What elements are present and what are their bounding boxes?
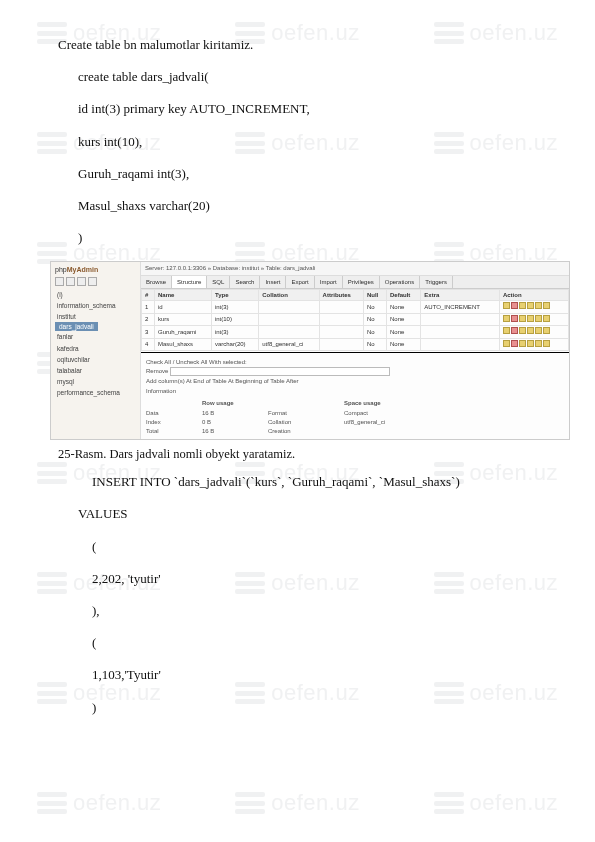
sql-line: 1,103,'Tyutir' [58,666,545,684]
col-attributes: Attributes [319,290,363,301]
home-icon [55,277,64,286]
cell [319,326,363,338]
edit-icon [503,302,510,309]
cell: varchar(20) [211,338,258,350]
cell: None [386,313,420,325]
info-label: Information [146,387,564,395]
meta-head: Space usage [344,399,444,407]
col-default: Default [386,290,420,301]
cell: None [386,326,420,338]
cell [319,313,363,325]
col-num: # [142,290,155,301]
table-row: 4 Masul_shaxs varchar(20) utf8_general_c… [142,338,569,350]
meta-cell: Creation [268,427,338,435]
tree-recent: (i) [55,289,136,300]
remove-row: Remove [146,367,564,376]
meta-cell: 16 B [202,427,262,435]
tree-table: kafedra [55,343,136,354]
tab-operations: Operations [380,276,420,288]
tab-sql: SQL [207,276,230,288]
sql-line: INSERT INTO `dars_jadvali`(`kurs`, `Guru… [58,473,545,491]
phpmyadmin-logo: phpMyAdmin [55,265,136,275]
tab-structure: Structure [172,276,207,288]
sql-icon [66,277,75,286]
more-icon [543,315,550,322]
action-cell [499,326,568,338]
tab-privileges: Privileges [343,276,380,288]
cell: utf8_general_ci [259,338,319,350]
cell [259,313,319,325]
structure-table: # Name Type Collation Attributes Null De… [141,289,569,351]
col-collation: Collation [259,290,319,301]
tab-bar: Browse Structure SQL Search Insert Expor… [141,276,569,289]
drop-icon [511,327,518,334]
cell: 1 [142,301,155,313]
more-icon [543,327,550,334]
checkall-row: Check All / Uncheck All With selected: [146,358,564,366]
edit-icon [503,327,510,334]
code-line: ) [58,229,545,247]
meta-cell: Data [146,409,196,417]
text-line: Create table bn malumotlar kiritamiz. [58,36,545,54]
cell: kurs [154,313,211,325]
refresh-icon [88,277,97,286]
meta-head: Row usage [202,399,262,407]
code-line: Masul_shaxs varchar(20) [58,197,545,215]
cell: 2 [142,313,155,325]
tab-insert: Insert [260,276,286,288]
cell: No [363,338,386,350]
toolbar-icons [55,277,136,286]
sql-line: VALUES [58,505,545,523]
cell [259,301,319,313]
cell: int(3) [211,301,258,313]
cell: No [363,326,386,338]
meta-cell: Index [146,418,196,426]
drop-icon [511,340,518,347]
cell [421,338,500,350]
cell: None [386,301,420,313]
cell [319,301,363,313]
sql-line: ) [58,699,545,717]
key-icon [519,327,526,334]
col-name: Name [154,290,211,301]
cell: int(3) [211,326,258,338]
watermark-item: oefen.uz [37,788,161,818]
table-header-row: # Name Type Collation Attributes Null De… [142,290,569,301]
tree-table-selected: dars_jadvali [55,322,98,331]
tree-table: fanlar [55,331,136,342]
meta-cell: utf8_general_ci [344,418,444,426]
cell: None [386,338,420,350]
index-icon [535,327,542,334]
cell [421,313,500,325]
cell: Guruh_raqami [154,326,211,338]
col-action: Action [499,290,568,301]
sql-line: ), [58,602,545,620]
tab-triggers: Triggers [420,276,453,288]
action-cell [499,301,568,313]
table-row: 3 Guruh_raqami int(3) No None [142,326,569,338]
tab-search: Search [230,276,260,288]
help-icon [77,277,86,286]
meta-cell: 0 B [202,418,262,426]
index-icon [535,302,542,309]
meta-cell: 16 B [202,409,262,417]
separator-line [141,352,569,353]
meta-grid: Row usage Space usage Data 16 B Format C… [146,399,564,436]
cell: AUTO_INCREMENT [421,301,500,313]
cols-label: column(s) At End of Table At Beginning o… [158,378,298,384]
cell: 4 [142,338,155,350]
cell: No [363,313,386,325]
add-label: Add [146,378,157,384]
add-row: Add column(s) At End of Table At Beginni… [146,377,564,385]
table-row: 2 kurs int(10) No None [142,313,569,325]
sql-line: ( [58,538,545,556]
cell [421,326,500,338]
table-row: 1 id int(3) No None AUTO_INCREMENT [142,301,569,313]
cell [259,326,319,338]
index-icon [535,340,542,347]
meta-cell: Compact [344,409,444,417]
action-cell [499,313,568,325]
meta-cell [344,427,444,435]
logo-part: php [55,266,67,273]
remove-input [170,367,390,376]
